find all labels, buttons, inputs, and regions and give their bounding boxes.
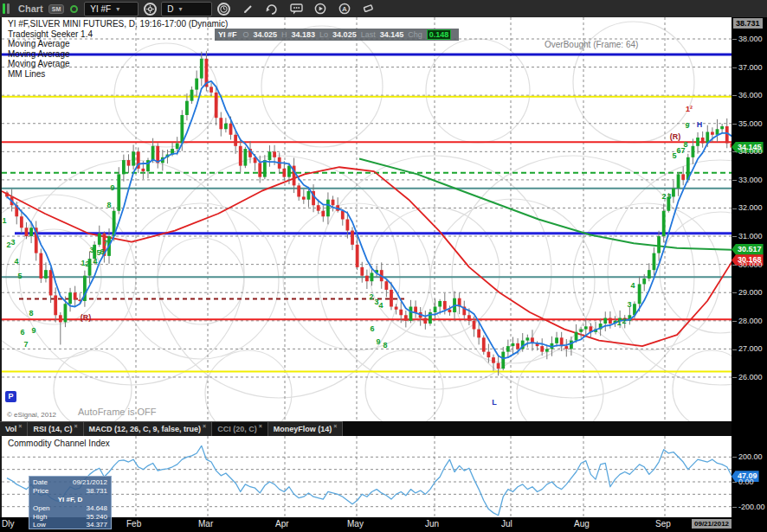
open-value: 34.025 — [254, 30, 278, 39]
candle — [68, 292, 72, 304]
candle — [512, 343, 515, 346]
candle — [725, 126, 729, 144]
candle — [409, 307, 413, 321]
app-title: Chart — [18, 3, 43, 14]
candle — [351, 231, 354, 245]
play-circle-icon — [314, 3, 326, 15]
tab-rsi[interactable]: RSI (14, C)× — [28, 421, 83, 436]
marker-label: 8 — [29, 309, 33, 317]
overlay-label: Moving Average — [8, 39, 228, 49]
close-icon[interactable]: × — [333, 423, 337, 429]
cci-axis-label: -200.00 — [732, 503, 765, 511]
price-axis-label: 28.000 — [732, 317, 763, 325]
symbol-settings-button[interactable] — [142, 2, 158, 16]
month-label: Feb — [126, 519, 141, 529]
marker-label: L — [492, 398, 497, 407]
cci-axis-label: 0.00 — [732, 478, 754, 486]
candle — [151, 146, 155, 160]
marker-label: 9 — [31, 326, 35, 335]
candle — [356, 245, 359, 267]
overlay-label: MM Lines — [8, 69, 228, 80]
price-axis-label: 26.000 — [732, 373, 763, 381]
candle — [215, 93, 218, 118]
candle — [185, 101, 189, 115]
candle — [564, 346, 568, 349]
marker-label: 8 — [683, 140, 687, 149]
reload-button[interactable] — [264, 2, 280, 16]
marker-label: (R) — [670, 132, 681, 141]
price-axis-label: 38.000 — [732, 35, 763, 43]
candle — [29, 228, 33, 236]
p-badge[interactable]: P — [5, 391, 16, 402]
toolbar: Chart SM YI #F ▾ D ▾ — [0, 0, 767, 18]
tab-vol[interactable]: Vol× — [0, 421, 28, 436]
note-button[interactable] — [288, 2, 304, 16]
marker-label: 2 — [661, 192, 666, 201]
candle — [302, 196, 306, 199]
quote-strip: YI #F O 34.025 H 34.183 Lo 34.025 Last 3… — [215, 29, 459, 41]
close-icon[interactable]: × — [203, 423, 206, 429]
candle — [672, 189, 675, 197]
symbol-input[interactable]: YI #F ▾ — [84, 2, 139, 16]
price-axis-label: 35.000 — [732, 119, 763, 128]
a-circle-icon: A — [338, 3, 351, 15]
auto-button[interactable]: A — [337, 2, 352, 16]
cursor-price-badge: 38.731 — [733, 18, 763, 29]
overlay-label: Moving Average — [8, 49, 228, 60]
candle — [501, 352, 505, 369]
candle — [371, 272, 374, 281]
candle — [141, 169, 145, 171]
candle — [540, 346, 544, 352]
candle — [414, 307, 417, 313]
candle — [395, 307, 398, 310]
candle — [268, 151, 272, 160]
price-axis[interactable]: 38.731 34.145 30.517 30.168 47.09 26.000… — [732, 17, 767, 529]
candle — [229, 124, 233, 135]
candle — [423, 318, 427, 324]
eraser-button[interactable] — [361, 2, 377, 16]
tab-macd[interactable]: MACD (12, 26, C, 9, false, true)× — [84, 421, 213, 436]
candle — [487, 352, 490, 358]
time-settings-button[interactable] — [216, 2, 231, 16]
candle — [234, 135, 237, 146]
high-value: 34.183 — [292, 30, 316, 39]
tooltip-low-value: 34.377 — [87, 521, 107, 529]
candle — [443, 301, 447, 310]
mm-circles — [2, 22, 732, 421]
draw-tool-button[interactable] — [240, 2, 255, 16]
marker-label: 6 — [20, 328, 24, 337]
candle — [692, 146, 695, 157]
low-label: Lo — [319, 30, 328, 39]
candle — [360, 267, 364, 276]
tab-moneyflow[interactable]: MoneyFlow (14)× — [268, 421, 344, 436]
chevron-down-icon: ▾ — [178, 5, 182, 13]
candle — [711, 132, 714, 135]
svg-text:A: A — [342, 5, 347, 13]
close-icon[interactable]: × — [74, 423, 77, 429]
candle — [263, 160, 267, 177]
candle — [384, 281, 388, 290]
price-axis-label: 27.000 — [732, 344, 763, 353]
candle — [642, 279, 646, 285]
chart-window: Chart SM YI #F ▾ D ▾ — [0, 0, 767, 532]
close-icon[interactable]: × — [259, 423, 262, 429]
candle — [497, 363, 500, 369]
chg-label: Chg — [408, 30, 422, 39]
main-chart-panel[interactable]: 12345678912345678923469812342356789(R)(R… — [0, 17, 732, 421]
play-button[interactable] — [313, 2, 328, 16]
candle — [657, 236, 661, 253]
tab-cci[interactable]: CCI (20, C)× — [212, 421, 268, 436]
price-axis-label: 30.000 — [732, 260, 763, 269]
candle — [54, 295, 57, 315]
price-axis-label: 33.000 — [732, 176, 763, 184]
last-label: Last — [361, 30, 376, 39]
marker-label: 1 — [616, 318, 621, 327]
close-icon[interactable]: × — [18, 423, 22, 429]
tooltip-date-value: 09/21/2012 — [73, 478, 107, 487]
time-axis[interactable]: Dly 2012 09/21/2012 FebMarAprMayJunJulAu… — [0, 517, 767, 532]
autoframe-label: AutoFrame is OFF — [78, 407, 156, 417]
chart-title: YI #F,SILVER MINI FUTURES, D, 19:16-17:0… — [8, 19, 228, 29]
eraser-icon — [363, 3, 375, 14]
interval-select[interactable]: D ▾ — [161, 2, 212, 16]
tooltip-open-label: Open — [33, 504, 50, 513]
